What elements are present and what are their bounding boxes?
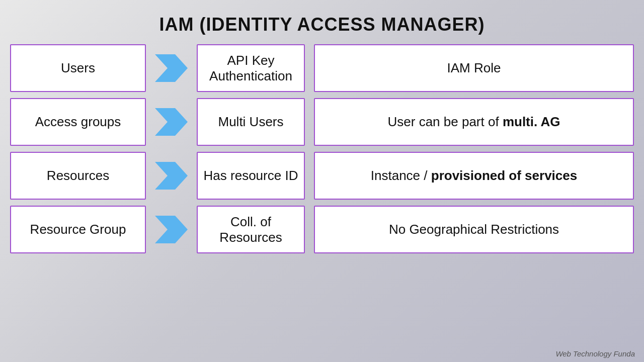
- multi-ag-box: User can be part of multi. AG: [314, 98, 634, 146]
- multi-ag-label: User can be part of multi. AG: [388, 114, 560, 130]
- arrow-1: [155, 54, 188, 82]
- users-label: Users: [61, 60, 95, 76]
- multi-users-box: Multi Users: [197, 98, 305, 146]
- has-resource-id-box: Has resource ID: [197, 152, 305, 200]
- access-groups-box: Access groups: [10, 98, 146, 146]
- diagram: Users API Key Authentication IAM Role Ac…: [0, 44, 644, 253]
- resources-box: Resources: [10, 152, 146, 200]
- resources-label: Resources: [47, 168, 109, 184]
- iam-role-box: IAM Role: [314, 44, 634, 92]
- resource-group-label: Resource Group: [30, 222, 126, 237]
- no-geo-box: No Geographical Restrictions: [314, 206, 634, 253]
- access-groups-label: Access groups: [35, 114, 121, 130]
- coll-resources-box: Coll. of Resources: [197, 206, 305, 253]
- api-key-label: API Key Authentication: [198, 53, 304, 84]
- resource-group-box: Resource Group: [10, 206, 146, 253]
- api-key-box: API Key Authentication: [197, 44, 305, 92]
- watermark: Web Technology Funda: [555, 349, 635, 358]
- resources-row: Resources Has resource ID Instance / pro…: [10, 152, 634, 200]
- provisioned-bold: provisioned of services: [431, 168, 577, 183]
- provisioned-label: Instance / provisioned of services: [371, 168, 577, 184]
- iam-role-label: IAM Role: [447, 60, 501, 76]
- provisioned-box: Instance / provisioned of services: [314, 152, 634, 200]
- svg-marker-0: [155, 54, 188, 82]
- multi-users-label: Multi Users: [218, 114, 283, 130]
- users-box: Users: [10, 44, 146, 92]
- svg-marker-3: [155, 216, 188, 243]
- svg-marker-2: [155, 162, 188, 190]
- arrow-2: [155, 108, 188, 136]
- coll-resources-label: Coll. of Resources: [198, 214, 304, 245]
- arrow-3: [155, 162, 188, 190]
- page-title: IAM (IDENTITY ACCESS MANAGER): [0, 0, 644, 44]
- users-row: Users API Key Authentication IAM Role: [10, 44, 634, 92]
- svg-marker-1: [155, 108, 188, 136]
- arrow-4: [155, 216, 188, 243]
- resource-group-row: Resource Group Coll. of Resources No Geo…: [10, 206, 634, 253]
- access-groups-row: Access groups Multi Users User can be pa…: [10, 98, 634, 146]
- no-geo-label: No Geographical Restrictions: [389, 222, 559, 237]
- multi-ag-bold: multi. AG: [503, 114, 560, 129]
- has-resource-id-label: Has resource ID: [204, 168, 298, 184]
